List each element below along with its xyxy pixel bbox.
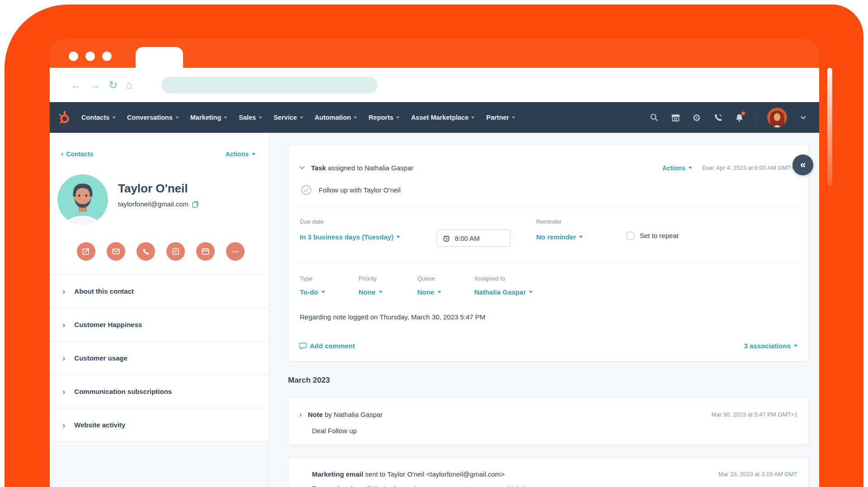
- type-label: Type: [300, 275, 325, 282]
- nav-item-reports[interactable]: Reports: [368, 114, 400, 121]
- chevron-right-icon: ›: [62, 354, 65, 362]
- email-timestamp: Mar 23, 2023 at 3:19 AM GMT: [718, 471, 797, 478]
- refresh-icon[interactable]: ↻: [108, 80, 118, 90]
- comment-icon: [299, 342, 307, 349]
- contact-name: Taylor O'neil: [118, 182, 199, 196]
- task-actions-dropdown[interactable]: Actions: [662, 164, 692, 172]
- add-comment-link[interactable]: Add comment: [299, 342, 355, 350]
- breadcrumb-contacts[interactable]: ‹ Contacts: [61, 150, 93, 158]
- settings-gear-icon[interactable]: ⚙: [692, 112, 702, 122]
- associations-dropdown[interactable]: 3 associations: [744, 342, 797, 350]
- collapse-task-chevron-icon[interactable]: [299, 166, 305, 170]
- task-icon[interactable]: [166, 242, 185, 261]
- nav-item-asset-marketplace[interactable]: Asset Marketplace: [411, 114, 475, 121]
- window-control-dots[interactable]: [69, 52, 112, 61]
- forward-icon[interactable]: →: [90, 80, 100, 90]
- type-dropdown[interactable]: To-do: [300, 288, 325, 296]
- contact-email[interactable]: taylorfoneil@gmail.com: [118, 200, 189, 208]
- email-header-text: sent to Taylor O'neil <taylorfoneil@gmai…: [365, 470, 505, 478]
- assigned-to-label: Assigned to: [474, 275, 533, 282]
- reminder-label: Reminder: [536, 218, 561, 225]
- nav-menu: Contacts Conversations Marketing Sales S…: [81, 114, 515, 121]
- user-avatar[interactable]: [767, 108, 787, 127]
- expand-note-chevron-icon[interactable]: ›: [299, 411, 302, 418]
- contact-sidebar: ‹ Contacts Actions: [50, 133, 269, 487]
- sidebar-item-website-activity[interactable]: › Website activity: [50, 408, 269, 442]
- marketing-email-card: Marketing email sent to Taylor O'neil <t…: [288, 457, 809, 487]
- window-dot[interactable]: [102, 52, 112, 61]
- note-type-label: Note: [308, 411, 323, 418]
- copy-icon[interactable]: [192, 201, 199, 208]
- back-icon[interactable]: ←: [71, 80, 81, 90]
- note-card: › Note by Nathalia Gaspar Mar 30, 2023 a…: [288, 398, 809, 445]
- page-content: ‹ Contacts Actions: [50, 133, 819, 487]
- sidebar-item-customer-usage[interactable]: › Customer usage: [50, 342, 269, 375]
- email-body-text: Transactional email You've been given ac…: [312, 485, 491, 487]
- email-type-label: Marketing email: [312, 470, 363, 478]
- priority-label: Priority: [359, 275, 382, 282]
- hubspot-navbar: Contacts Conversations Marketing Sales S…: [50, 102, 819, 133]
- note-timestamp: Mar 30, 2023 at 5:47 PM GMT+1: [712, 411, 797, 418]
- call-icon[interactable]: [713, 112, 723, 122]
- nav-item-marketing[interactable]: Marketing: [190, 114, 228, 121]
- chevron-right-icon: ›: [62, 387, 65, 396]
- contact-avatar: [57, 174, 108, 225]
- chevron-right-icon: ›: [62, 421, 65, 429]
- nav-item-service[interactable]: Service: [274, 114, 303, 121]
- clock-icon: [443, 234, 450, 242]
- notification-badge: [741, 111, 746, 116]
- queue-label: Queue: [417, 275, 441, 282]
- window-dot[interactable]: [69, 52, 78, 61]
- search-icon[interactable]: [649, 112, 659, 122]
- task-regarding-text: Regarding note logged on Thursday, March…: [300, 313, 486, 321]
- account-chevron-down-icon[interactable]: [798, 112, 808, 122]
- complete-task-checkbox-icon[interactable]: [301, 185, 311, 195]
- set-to-repeat-label: Set to repeat: [640, 232, 679, 239]
- sidebar-item-communication-subscriptions[interactable]: › Communication subscriptions: [50, 375, 269, 408]
- sidebar-accordion: › About this contact › Customer Happines…: [50, 274, 269, 442]
- collapse-panel-button[interactable]: «: [793, 155, 813, 175]
- priority-dropdown[interactable]: None: [359, 288, 382, 296]
- note-icon[interactable]: [77, 242, 95, 261]
- call-icon[interactable]: [137, 242, 155, 261]
- reminder-dropdown[interactable]: No reminder: [536, 233, 583, 241]
- set-to-repeat-checkbox[interactable]: [627, 232, 634, 239]
- due-date-label: Due date: [300, 218, 324, 225]
- home-icon[interactable]: ⌂: [126, 80, 132, 90]
- nav-item-automation[interactable]: Automation: [315, 114, 358, 121]
- quick-actions-row: [50, 225, 269, 274]
- chevron-left-icon: ‹: [61, 150, 63, 158]
- nav-item-sales[interactable]: Sales: [239, 114, 262, 121]
- task-title[interactable]: Follow up with Taylor O'neil: [319, 186, 401, 194]
- address-bar[interactable]: [161, 77, 377, 94]
- nav-divider: [755, 111, 756, 124]
- browser-titlebar: [50, 39, 819, 68]
- queue-dropdown[interactable]: None: [417, 288, 441, 296]
- browser-window: ← → ↻ ⌂ Contacts Conversations M: [50, 39, 819, 487]
- notifications-bell-icon[interactable]: [734, 112, 744, 122]
- due-time-input[interactable]: 8:00 AM: [437, 229, 510, 247]
- sidebar-item-customer-happiness[interactable]: › Customer Happiness: [50, 308, 269, 342]
- sidebar-item-about-this-contact[interactable]: › About this contact: [50, 275, 269, 308]
- window-dot[interactable]: [85, 52, 95, 61]
- timeline-panel: Task assigned to Nathalia Gaspar Actions…: [269, 133, 819, 487]
- task-card: Task assigned to Nathalia Gaspar Actions…: [288, 145, 809, 361]
- task-type-label: Task: [311, 164, 326, 172]
- due-date-dropdown[interactable]: In 3 business days (Tuesday): [300, 233, 400, 241]
- nav-item-conversations[interactable]: Conversations: [127, 114, 179, 121]
- due-time-value: 8:00 AM: [455, 234, 480, 242]
- marketplace-icon[interactable]: [670, 112, 680, 122]
- browser-tab[interactable]: [136, 47, 183, 69]
- nav-item-contacts[interactable]: Contacts: [81, 114, 116, 121]
- more-icon[interactable]: [226, 242, 245, 261]
- email-body-link[interactable]: www.biglytics.net: [491, 485, 543, 487]
- email-icon[interactable]: [107, 242, 125, 261]
- meeting-icon[interactable]: [196, 242, 215, 261]
- sidebar-actions-dropdown[interactable]: Actions: [226, 150, 255, 158]
- window-scrollbar[interactable]: [827, 68, 832, 186]
- assigned-to-dropdown[interactable]: Nathalia Gaspar: [474, 288, 533, 296]
- nav-item-partner[interactable]: Partner: [486, 114, 515, 121]
- hubspot-logo[interactable]: [56, 110, 71, 125]
- note-body: Deal Follow up: [312, 427, 357, 435]
- task-due-header: Due: Apr 4, 2023 at 8:00 AM GMT+1: [702, 164, 797, 171]
